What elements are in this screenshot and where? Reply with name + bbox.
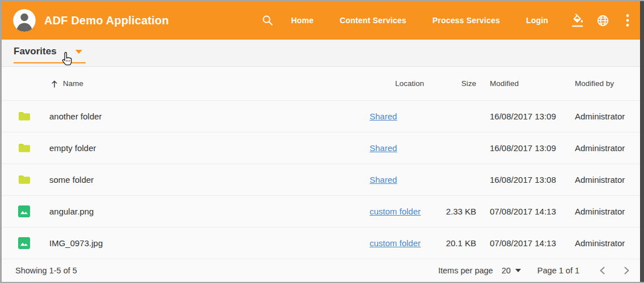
app-window: ADF Demo Application Home Content Servic…: [0, 0, 644, 283]
folder-icon: [18, 174, 31, 185]
folder-icon: [18, 111, 31, 122]
nav-home[interactable]: Home: [291, 16, 313, 25]
app-title: ADF Demo Application: [44, 14, 169, 27]
user-avatar-icon: [13, 9, 36, 32]
table-row[interactable]: IMG_0973.jpg custom folder 20.1 KB 07/08…: [2, 228, 644, 259]
language-globe-icon[interactable]: [596, 14, 609, 27]
modified-date: 07/08/2017 14:13: [476, 238, 575, 248]
column-header-name-label: Name: [63, 79, 83, 88]
search-icon[interactable]: [261, 14, 274, 27]
modified-date: 07/08/2017 14:13: [476, 207, 575, 216]
header-icon-group: [572, 14, 629, 27]
file-name[interactable]: some folder: [49, 175, 370, 185]
nav-content-services[interactable]: Content Services: [340, 16, 406, 25]
view-selector-dropdown[interactable]: Favorites: [14, 46, 86, 63]
location-link[interactable]: Shared: [370, 112, 397, 121]
file-type-cell: [2, 143, 49, 153]
modified-by: Administrator: [575, 207, 632, 216]
modified-by: Administrator: [575, 112, 632, 121]
location-cell: Shared: [370, 175, 433, 185]
items-per-page-value: 20: [502, 266, 511, 275]
table-header-row: Name Location Size Modified Modified by: [2, 67, 644, 101]
table-row[interactable]: empty folder Shared 16/08/2017 13:09 Adm…: [2, 132, 644, 164]
document-list: Name Location Size Modified Modified by: [2, 67, 644, 259]
color-fill-icon[interactable]: [572, 14, 584, 27]
location-cell: custom folder: [370, 238, 433, 248]
file-name[interactable]: another folder: [49, 112, 370, 121]
file-name[interactable]: angular.png: [49, 207, 370, 216]
image-icon: [18, 237, 30, 249]
modified-by: Administrator: [575, 238, 632, 248]
file-name[interactable]: IMG_0973.jpg: [49, 238, 370, 248]
kebab-menu-icon[interactable]: [626, 14, 629, 27]
chevron-down-icon: [515, 269, 521, 272]
current-view-label: Favorites: [14, 46, 57, 57]
file-type-cell: [2, 205, 49, 217]
table-row[interactable]: another folder Shared 16/08/2017 13:09 A…: [2, 101, 644, 132]
main-nav: Home Content Services Process Services L…: [291, 16, 548, 25]
window-edge-scrollbar[interactable]: [640, 1, 644, 282]
showing-range-label: Showing 1-5 of 5: [15, 266, 77, 275]
file-name[interactable]: empty folder: [49, 143, 370, 153]
location-link[interactable]: Shared: [370, 143, 397, 153]
nav-login[interactable]: Login: [526, 16, 548, 25]
next-page-button[interactable]: [621, 264, 633, 277]
file-type-cell: [2, 237, 49, 249]
location-cell: Shared: [370, 112, 433, 121]
modified-by: Administrator: [575, 175, 632, 185]
image-icon: [18, 205, 30, 217]
items-per-page-select[interactable]: 20: [502, 266, 521, 275]
modified-date: 16/08/2017 13:09: [476, 112, 575, 121]
modified-date: 16/08/2017 13:09: [476, 143, 575, 153]
folder-icon: [18, 143, 31, 153]
table-body: another folder Shared 16/08/2017 13:09 A…: [2, 101, 644, 259]
column-header-location[interactable]: Location: [370, 79, 433, 88]
file-type-cell: [2, 174, 49, 185]
previous-page-button[interactable]: [596, 264, 608, 277]
column-header-size[interactable]: Size: [433, 79, 476, 88]
modified-date: 16/08/2017 13:08: [476, 175, 575, 185]
file-size: 20.1 KB: [433, 238, 476, 248]
view-selector-bar: Favorites: [2, 40, 644, 67]
location-cell: Shared: [370, 143, 433, 153]
column-header-name[interactable]: Name: [49, 79, 370, 88]
location-link[interactable]: custom folder: [370, 207, 421, 216]
location-link[interactable]: custom folder: [370, 238, 421, 248]
location-link[interactable]: Shared: [370, 175, 397, 185]
pagination-bar: Showing 1-5 of 5 Items per page 20 Page …: [2, 259, 644, 282]
page-status-label: Page 1 of 1: [537, 266, 579, 275]
column-header-modified[interactable]: Modified: [476, 79, 575, 88]
chevron-down-icon: [75, 50, 82, 54]
table-row[interactable]: angular.png custom folder 2.33 KB 07/08/…: [2, 196, 644, 228]
items-per-page-label: Items per page: [438, 266, 493, 275]
location-cell: custom folder: [370, 207, 433, 216]
app-header: ADF Demo Application Home Content Servic…: [2, 1, 644, 40]
column-header-modified-by[interactable]: Modified by: [575, 79, 632, 88]
file-type-cell: [2, 111, 49, 122]
pagination-controls: Items per page 20 Page 1 of 1: [438, 264, 633, 277]
file-size: 2.33 KB: [433, 207, 476, 216]
table-row[interactable]: some folder Shared 16/08/2017 13:08 Admi…: [2, 164, 644, 196]
nav-process-services[interactable]: Process Services: [433, 16, 500, 25]
modified-by: Administrator: [575, 143, 632, 153]
sort-ascending-icon: [51, 80, 58, 88]
